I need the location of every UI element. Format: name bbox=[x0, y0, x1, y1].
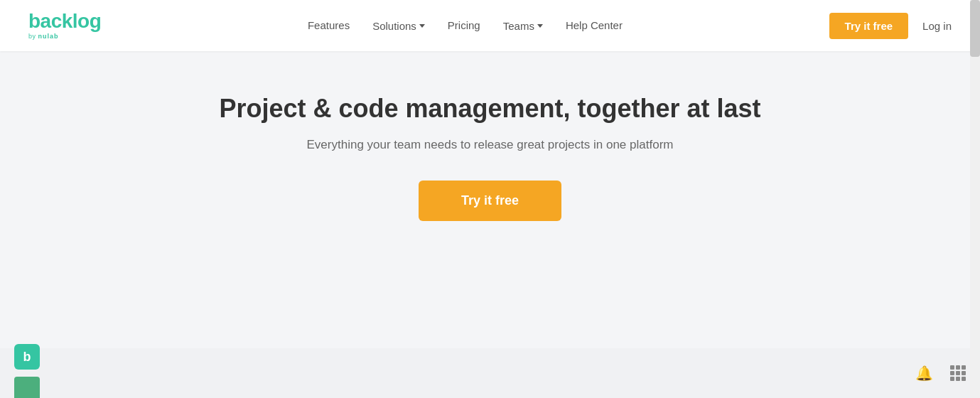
grid-dot bbox=[962, 371, 966, 375]
help-center-link[interactable]: Help Center bbox=[566, 19, 623, 31]
pricing-link[interactable]: Pricing bbox=[448, 19, 480, 31]
logo-byline: by nulab bbox=[28, 33, 101, 40]
scrollbar-track bbox=[970, 0, 980, 398]
teams-dropdown[interactable]: Teams bbox=[503, 20, 543, 32]
scrollbar-thumb[interactable] bbox=[970, 0, 980, 57]
nav-item-features[interactable]: Features bbox=[308, 19, 350, 32]
logo-text: backlog bbox=[28, 10, 101, 32]
nav-item-help-center[interactable]: Help Center bbox=[566, 19, 623, 32]
solutions-dropdown[interactable]: Solutions bbox=[372, 20, 425, 32]
nav-item-teams[interactable]: Teams bbox=[503, 20, 543, 32]
nav-item-solutions[interactable]: Solutions bbox=[372, 20, 425, 32]
bell-icon[interactable]: 🔔 bbox=[915, 365, 933, 382]
nav-right: Try it free Log in bbox=[829, 13, 952, 39]
grid-dot bbox=[956, 377, 960, 381]
hero-subtitle: Everything your team needs to release gr… bbox=[307, 138, 674, 152]
try-it-free-hero-button[interactable]: Try it free bbox=[419, 181, 561, 221]
app-bar-right: 🔔 bbox=[915, 365, 966, 382]
grid-icon[interactable] bbox=[950, 365, 966, 381]
app-icon-green bbox=[14, 377, 40, 398]
features-link[interactable]: Features bbox=[308, 19, 350, 31]
app-preview-bar: b 🔔 bbox=[0, 348, 980, 398]
grid-dot bbox=[950, 377, 954, 381]
grid-dot bbox=[950, 371, 954, 375]
hero-title: Project & code management, together at l… bbox=[219, 94, 760, 124]
nav-item-pricing[interactable]: Pricing bbox=[448, 19, 480, 32]
logo[interactable]: backlog by nulab bbox=[28, 11, 101, 40]
navbar: backlog by nulab Features Solutions Pric… bbox=[0, 0, 980, 51]
app-icon-b: b bbox=[14, 344, 40, 370]
teams-chevron-icon bbox=[537, 24, 543, 28]
hero-section: Project & code management, together at l… bbox=[0, 51, 980, 242]
grid-dot bbox=[950, 365, 954, 370]
nav-links: Features Solutions Pricing Teams Help Ce… bbox=[308, 19, 623, 32]
login-button[interactable]: Log in bbox=[922, 20, 952, 32]
grid-dot bbox=[956, 365, 960, 370]
grid-dot bbox=[962, 365, 966, 370]
try-it-free-nav-button[interactable]: Try it free bbox=[829, 13, 909, 39]
grid-dot bbox=[956, 371, 960, 375]
grid-dot bbox=[962, 377, 966, 381]
solutions-chevron-icon bbox=[419, 24, 425, 28]
